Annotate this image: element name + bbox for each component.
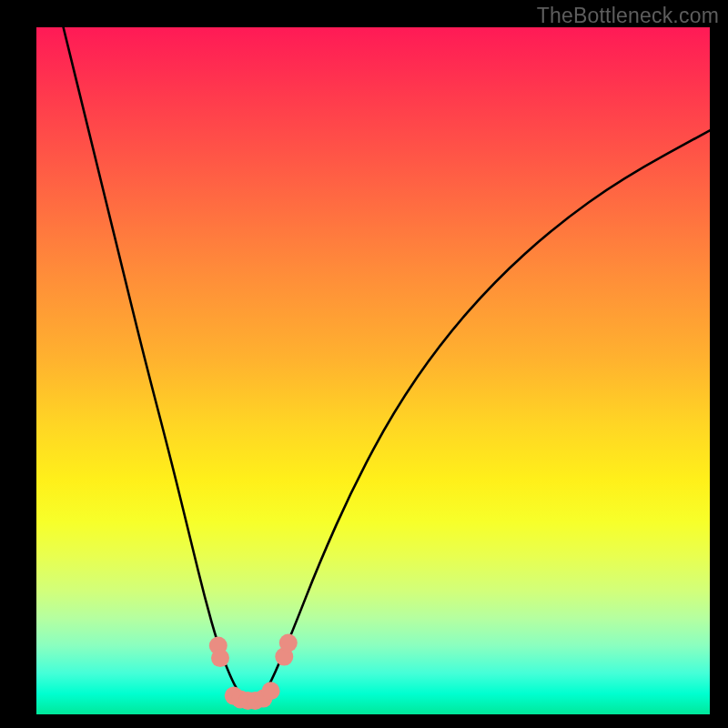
bottleneck-curve-svg	[36, 27, 710, 714]
bottleneck-curve-path	[64, 27, 710, 703]
curve-marker	[211, 649, 229, 667]
curve-marker	[279, 634, 298, 652]
chart-frame: TheBottleneck.com	[0, 0, 728, 728]
watermark-text: TheBottleneck.com	[537, 4, 719, 28]
marker-group	[209, 634, 298, 710]
curve-marker	[262, 682, 280, 700]
